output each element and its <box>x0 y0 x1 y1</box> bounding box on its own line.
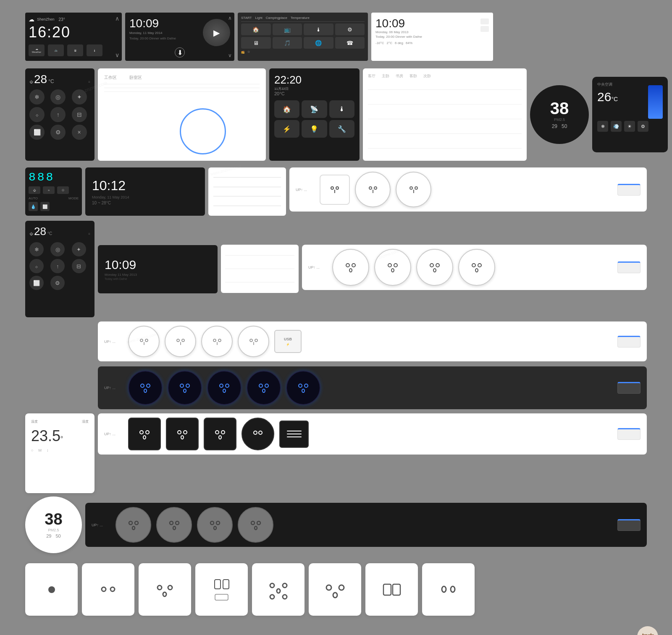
ctrl-i2[interactable]: 💨 <box>611 121 622 132</box>
gray-cs-4[interactable] <box>238 507 273 543</box>
c2b7[interactable]: ⬜ <box>29 276 44 290</box>
sc-3[interactable] <box>201 326 233 357</box>
bcirc-1[interactable] <box>242 418 274 450</box>
gray-cs-2[interactable] <box>156 507 192 543</box>
icon-r2[interactable] <box>480 26 489 32</box>
seg-ic2[interactable]: ⬜ <box>40 202 50 211</box>
cs-3[interactable] <box>416 249 453 286</box>
arrow-up[interactable]: ∧ <box>228 15 232 21</box>
bsq-3[interactable] <box>204 418 236 450</box>
nav-icon-4[interactable]: ⚙ <box>335 24 365 35</box>
seg-btn1[interactable]: ⏻ <box>29 186 40 194</box>
dark-cs-1[interactable] <box>128 371 163 405</box>
btn-5[interactable]: ↑ <box>50 107 66 122</box>
c2b6[interactable]: ⊟ <box>72 259 86 273</box>
usb-combo-socket[interactable] <box>195 563 248 616</box>
c2b1[interactable]: ❄ <box>29 242 44 256</box>
app6[interactable]: 🔧 <box>329 120 354 138</box>
cs-1[interactable] <box>332 249 369 286</box>
switch-4[interactable] <box>617 382 640 394</box>
c2b5[interactable]: ↑ <box>50 259 65 273</box>
nav-icon-2[interactable]: 📺 <box>273 24 302 35</box>
ctrl-i1[interactable]: ❄ <box>597 121 608 132</box>
btn-6[interactable]: ⊟ <box>72 107 87 122</box>
icon-r1[interactable] <box>480 18 489 24</box>
switch-3[interactable] <box>617 336 640 348</box>
nav-icon-1[interactable]: 🏠 <box>241 24 271 35</box>
cs-2[interactable] <box>374 249 411 286</box>
ctrl-i4[interactable]: ⚙ <box>638 121 648 132</box>
dark-cs-4[interactable] <box>247 371 281 405</box>
btn-2[interactable]: ◎ <box>50 89 66 105</box>
circle-socket-1[interactable] <box>355 172 391 207</box>
accent-circle[interactable] <box>180 108 226 154</box>
nav-icon-3[interactable]: 🌡 <box>304 24 333 35</box>
arrow-down-btn[interactable]: ∨ <box>115 52 119 58</box>
sq-socket-1[interactable] <box>320 175 350 205</box>
pwr2[interactable]: ⏻ <box>29 232 33 236</box>
sc-2[interactable] <box>165 326 196 357</box>
switch-6[interactable] <box>617 519 640 531</box>
seg-ic1[interactable]: 💧 <box>29 202 38 211</box>
nav-icon-8[interactable]: ☎ <box>335 37 365 49</box>
icon-temp[interactable]: 🌡 <box>87 44 102 56</box>
btn-8[interactable]: ⚙ <box>50 125 66 140</box>
usb-solo-socket[interactable] <box>365 563 418 616</box>
lines-black[interactable] <box>279 421 309 448</box>
sc-4[interactable] <box>238 326 269 357</box>
media-thumb[interactable]: ▶ <box>203 19 230 46</box>
c2b4[interactable]: ⬦ <box>29 259 44 273</box>
arrow-down[interactable]: ∨ <box>228 52 232 58</box>
nav-icon-7[interactable]: 🌐 <box>304 37 333 49</box>
wl1 <box>213 177 281 178</box>
app1[interactable]: 🏠 <box>274 100 299 118</box>
cs-4[interactable] <box>458 249 495 286</box>
arrow-up-btn[interactable]: ∧ <box>115 15 119 22</box>
menu-icon[interactable]: ≡ <box>88 80 90 84</box>
gray-cs-1[interactable] <box>116 507 151 543</box>
five-hole-socket[interactable] <box>252 563 304 616</box>
usb-port[interactable]: USB ⚡ <box>274 330 302 353</box>
bsq-2[interactable] <box>166 418 199 450</box>
sc-1[interactable] <box>128 326 160 357</box>
btn-9[interactable]: × <box>72 125 87 140</box>
solo-dot-socket[interactable] <box>25 563 78 616</box>
zone1[interactable]: 工作区 <box>104 75 117 81</box>
dark-cs-3[interactable] <box>207 371 242 405</box>
menu-btn[interactable]: ⬇ <box>175 47 185 57</box>
power-icon[interactable]: ⏻ <box>29 80 33 84</box>
app5[interactable]: 💡 <box>302 120 327 138</box>
dark-cs-5[interactable] <box>286 371 320 405</box>
ctrl-i3[interactable]: ☀ <box>624 121 635 132</box>
circle-socket-2[interactable] <box>396 172 431 207</box>
app4[interactable]: ⚡ <box>274 120 299 138</box>
btn-1[interactable]: ❄ <box>29 89 45 105</box>
switch-5[interactable] <box>617 428 640 440</box>
dark-cs-2[interactable] <box>168 371 202 405</box>
c2b2[interactable]: ◎ <box>50 242 65 256</box>
btn-7[interactable]: ⬜ <box>29 125 45 140</box>
zone2[interactable]: 卧室区 <box>129 75 142 81</box>
icon-weather[interactable]: ☁Weather <box>29 44 45 56</box>
two-hole-socket[interactable] <box>82 563 134 616</box>
btn-3[interactable]: ✦ <box>72 89 87 105</box>
app2[interactable]: 📡 <box>302 100 327 118</box>
bsq-1[interactable] <box>128 418 161 450</box>
c2b3[interactable]: ✦ <box>72 242 86 256</box>
three-hole-socket-sm[interactable] <box>139 563 191 616</box>
app3[interactable]: 🌡 <box>329 100 354 118</box>
switch-2[interactable] <box>617 261 640 273</box>
icon-screen[interactable]: 🖥 <box>67 44 83 56</box>
three-hole-large-socket[interactable] <box>309 563 361 616</box>
switch-1[interactable] <box>617 184 640 196</box>
btn-4[interactable]: ⬦ <box>29 107 45 122</box>
icon-bike[interactable]: 🚲 <box>48 44 64 56</box>
nav-icon-5[interactable]: 🖥 <box>241 37 271 49</box>
gray-cs-3[interactable] <box>197 507 233 543</box>
menu2[interactable]: ≡ <box>88 232 90 236</box>
seg-btn2[interactable]: ≡ <box>43 186 55 194</box>
nav-icon-6[interactable]: 🎵 <box>273 37 302 49</box>
c2b8[interactable]: ⚙ <box>50 276 65 290</box>
seg-btn3[interactable]: ◎ <box>57 186 69 194</box>
two-prong-socket[interactable] <box>422 563 475 616</box>
